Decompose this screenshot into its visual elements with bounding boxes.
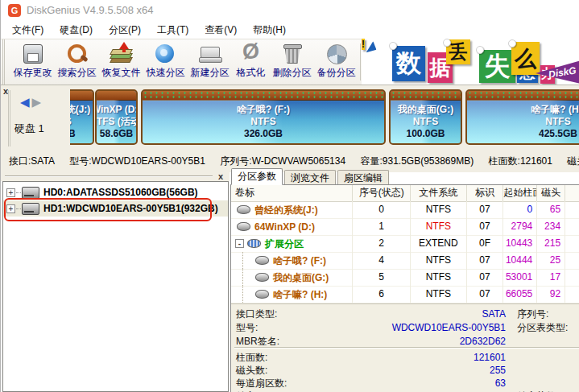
delete-partition-icon (280, 43, 304, 65)
menu-help[interactable]: 帮助(H) (245, 21, 294, 39)
menu-tools[interactable]: 工具(T) (149, 21, 196, 39)
search-icon (65, 43, 89, 65)
tree-item-hd1[interactable]: HD1:WDCWD10EARS-00Y5B1(932GB) (3, 200, 228, 217)
decor-dot (476, 46, 484, 54)
info-interface: 接口:SATA (9, 155, 55, 167)
hard-disk-icon (22, 187, 39, 199)
decor-dot (389, 42, 397, 50)
partition-parameters-panel: 卷标 序号(状态) 文件系统 标识 起始柱面 磁头 曾经的系统(J:) 0 NT… (230, 184, 579, 392)
table-row[interactable]: 64WinXP (D:) 1 NTFS 07 2794 234 (231, 218, 579, 236)
tab-partition-parameters[interactable]: 分区参数 (231, 168, 283, 185)
backup-partition-icon (325, 43, 349, 65)
delete-partition-button[interactable]: 删除分区 (270, 39, 314, 85)
disk-info-line: 接口:SATA 型号:WDCWD10EARS-00Y5B1 序列号:W-DCWV… (1, 150, 579, 172)
partition-block-d[interactable]: WinXP (D:) NTFS (活动) 58.6GB (95, 89, 138, 145)
menu-partition[interactable]: 分区(P) (101, 21, 149, 39)
disk-tree-panel: HD0:ADATASSDS51060GB(56GB) HD1:WDCWD10EA… (2, 181, 229, 392)
new-partition-button[interactable]: 新建分区 (188, 39, 232, 85)
table-row[interactable]: 我的桌面(G:) 5 NTFS 07 53001 17 (231, 269, 579, 287)
details-separator (234, 347, 579, 349)
recover-files-icon (110, 43, 134, 65)
info-capacity: 容量:931.5GB(953869MB) (360, 155, 474, 167)
prev-disk-arrow-icon[interactable]: ◀ (20, 95, 32, 109)
backup-partition-button[interactable]: 备份分区 (314, 39, 358, 85)
current-disk-label: 硬盘 1 (14, 122, 44, 136)
ad-tile: 么 (511, 42, 540, 75)
diskgenius-window: G DiskGenius V4.9.5.508 x64 文件(F) 硬盘(D) … (0, 0, 579, 392)
detail-row: 分区表类型: (517, 321, 579, 334)
title-bar: G DiskGenius V4.9.5.508 x64 (1, 0, 579, 21)
recover-files-button[interactable]: 恢复文件 (99, 39, 143, 85)
app-logo-icon: G (8, 4, 21, 17)
detail-row: 每道扇区数:63 (236, 377, 506, 390)
menu-view[interactable]: 查看(V) (196, 21, 245, 39)
partition-block-g[interactable]: 我的桌面(G:) NTFS 100.0GB (389, 89, 462, 145)
col-number-status[interactable]: 序号(状态) (353, 185, 411, 201)
pen-icon (365, 39, 378, 55)
hard-disk-icon (22, 203, 39, 215)
detail-row: 磁头数:255 (236, 364, 506, 377)
tree-branch-line (242, 252, 254, 269)
ad-tile: 数 (392, 46, 425, 81)
disk-details-panel: 接口类型:SATA 型号:WDCWD10EARS-00Y5B1 MBR签名:2D… (231, 303, 579, 392)
quick-partition-button[interactable]: 快速分区 (143, 39, 188, 85)
table-row[interactable]: 啥子哦? (F:) 4 NTFS 07 10444 25 (231, 252, 579, 270)
table-row[interactable]: 啥子嘛? (H:) 6 NTFS 07 66055 92 (231, 286, 579, 303)
volume-icon (255, 290, 269, 299)
disk-nav: ◀▶ (20, 95, 43, 109)
volume-icon (237, 222, 250, 231)
format-button[interactable]: Ø 格式化 (232, 39, 270, 85)
tree-branch-line (242, 286, 254, 303)
col-start-cylinder[interactable]: 起始柱面 (503, 185, 537, 201)
partition-block-h[interactable]: 啥子嘛? (H:) NTFS 425.5GB (465, 89, 579, 145)
menu-file[interactable]: 文件(F) (4, 21, 52, 39)
next-disk-arrow-icon[interactable]: ▶ (32, 95, 44, 109)
expand-icon[interactable] (6, 188, 15, 197)
sidebar-close-icon[interactable]: x (218, 171, 223, 181)
table-header: 卷标 序号(状态) 文件系统 标识 起始柱面 磁头 (231, 185, 579, 202)
table-row[interactable]: 曾经的系统(J:) 0 NTFS 07 0 65 (231, 201, 579, 219)
volume-icon (255, 256, 269, 265)
toolbar-separator (360, 43, 361, 80)
quick-partition-icon (154, 43, 178, 65)
detail-row: 序列号: (517, 307, 579, 320)
decor-dot (443, 39, 451, 47)
toolbar-grip[interactable] (2, 39, 10, 85)
info-serial: 序列号:W-DCWVAW5065134 (220, 155, 345, 167)
col-volume-label[interactable]: 卷标 (231, 185, 353, 201)
col-filesystem[interactable]: 文件系统 (411, 185, 467, 201)
new-partition-icon (198, 43, 222, 65)
extended-partition-icon (247, 239, 261, 248)
disk-strip-panel: x ◀▶ 硬盘 1 曾经的系统(J:) NTFS 21.4GB WinXP (D… (1, 85, 579, 150)
tree-branch-line (242, 269, 254, 286)
partition-block-j[interactable]: 曾经的系统(J:) NTFS 21.4GB (70, 89, 94, 145)
sidebar-splitter[interactable]: x (1, 172, 230, 181)
info-model: 型号:WDCWD10EARS-00Y5B1 (69, 155, 205, 167)
col-id[interactable]: 标识 (467, 185, 504, 201)
partition-block-f[interactable]: 啥子哦? (F:) NTFS 326.0GB (141, 89, 386, 145)
detail-row: 接口类型:SATA (236, 307, 506, 320)
ad-tile: 失 (479, 50, 515, 83)
format-icon: Ø (239, 43, 263, 65)
volume-icon (255, 273, 269, 282)
window-title: DiskGenius V4.9.5.508 x64 (27, 4, 154, 16)
menu-disk[interactable]: 硬盘(D) (52, 21, 101, 39)
info-heads: 磁头数:255 (567, 155, 579, 167)
tab-sector-edit[interactable]: 扇区编辑 (337, 170, 389, 185)
volume-icon (237, 205, 250, 214)
table-row-extended[interactable]: 扩展分区 2 EXTEND 0F 10443 215 (231, 235, 579, 253)
strip-grip[interactable] (8, 90, 14, 146)
expand-icon[interactable] (6, 204, 15, 213)
collapse-icon[interactable] (235, 239, 244, 248)
save-changes-button[interactable]: 保存更改 (10, 39, 55, 85)
tree-item-hd0[interactable]: HD0:ADATASSDS51060GB(56GB) (3, 184, 228, 200)
save-icon (21, 43, 45, 65)
search-partition-button[interactable]: 搜索分区 (55, 39, 99, 85)
decor-dot (508, 39, 516, 47)
data-recovery-ad-banner[interactable]: 数 据 丢 失 怎 么 办 ! DiskG (362, 39, 579, 85)
ad-tile: ! (362, 39, 365, 50)
tab-browse-files[interactable]: 浏览文件 (284, 170, 336, 185)
info-cylinders: 柱面数:121601 (489, 155, 552, 167)
menu-bar: 文件(F) 硬盘(D) 分区(P) 工具(T) 查看(V) 帮助(H) (1, 21, 579, 39)
col-head[interactable]: 磁头 (537, 185, 565, 201)
